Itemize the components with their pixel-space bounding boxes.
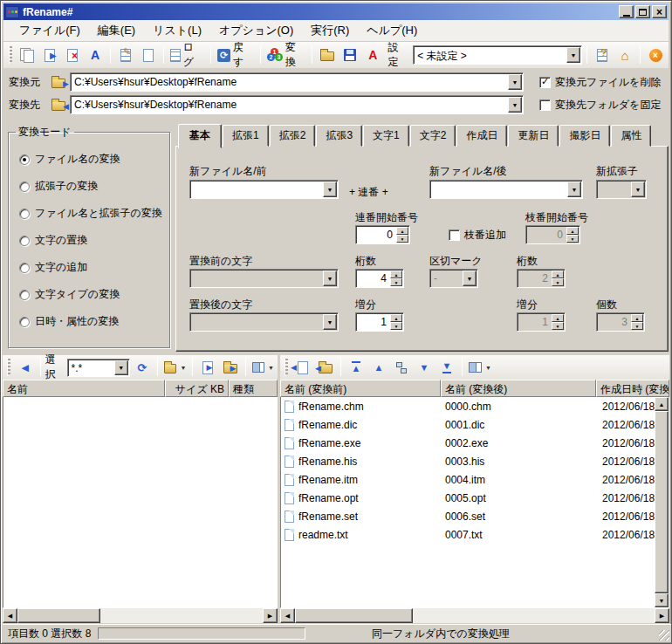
open-settings-button[interactable] — [317, 45, 338, 65]
dropdown-button[interactable]: ▼ — [323, 182, 337, 197]
scroll-thumb[interactable] — [17, 608, 100, 623]
dropdown-button[interactable]: ▼ — [566, 47, 580, 63]
mode-radio[interactable]: ファイル名と拡張子の変換 — [19, 206, 166, 221]
table-row[interactable]: fRename.exe 0002.exe 2012/06/18 1 — [281, 434, 655, 452]
home-button[interactable]: ⌂ — [614, 45, 635, 65]
save-settings-button[interactable] — [339, 45, 360, 65]
digits-spinner[interactable]: 4 ▲▼ — [355, 269, 404, 288]
browse-source-button[interactable]: ▶ — [47, 73, 70, 91]
dropdown-button[interactable]: ▼ — [114, 360, 128, 375]
maximize-button[interactable] — [635, 5, 650, 18]
mode-radio[interactable]: 文字の追加 — [19, 260, 166, 275]
rename-button[interactable]: A — [85, 45, 106, 65]
dropdown-button[interactable]: ▼ — [508, 74, 522, 90]
column-header[interactable]: 種類 — [229, 380, 278, 397]
new-name-before-combo[interactable]: ▼ — [189, 180, 339, 199]
column-header[interactable]: 名前 (変換前) — [280, 380, 441, 397]
tab-作成日[interactable]: 作成日 — [456, 125, 507, 147]
resize-grip[interactable] — [659, 630, 669, 641]
settings-combo[interactable]: < 未設定 > ▼ — [413, 45, 582, 65]
move-up-button[interactable]: ▲ — [368, 357, 389, 378]
help-button[interactable]: ? — [592, 45, 613, 65]
mode-radio[interactable]: 拡張子の変換 — [19, 179, 166, 194]
undo-button[interactable]: ⟳戻す — [216, 45, 256, 65]
tab-文字1[interactable]: 文字1 — [363, 125, 409, 147]
source-file-list[interactable] — [3, 397, 278, 608]
scroll-left-button[interactable]: ◀ — [3, 608, 17, 623]
remove-files-button[interactable]: ◀ — [292, 357, 313, 378]
convert-file-list[interactable]: fRename.chm 0000.chm 2012/06/18 1 fRenam… — [281, 397, 655, 607]
tab-基本[interactable]: 基本 — [178, 124, 222, 148]
convert-hscrollbar[interactable]: ◀ ▶ — [280, 608, 669, 623]
scroll-right-button[interactable]: ▶ — [655, 608, 669, 623]
scroll-left-button[interactable]: ◀ — [280, 608, 295, 623]
log-button[interactable]: ログ — [168, 45, 206, 65]
table-row[interactable]: fRename.itm 0004.itm 2012/06/18 1 — [281, 470, 655, 489]
delete-source-checkbox[interactable]: ✓ 変換元ファイルを削除 — [539, 75, 661, 90]
tab-文字2[interactable]: 文字2 — [410, 125, 456, 147]
renumber-button[interactable] — [391, 357, 412, 378]
columns-button[interactable]: ▼ — [467, 357, 493, 378]
mode-radio[interactable]: 日時・属性の変換 — [19, 314, 166, 329]
branch-add-checkbox[interactable]: ✓ 枝番追加 — [449, 228, 506, 243]
mode-radio[interactable]: 文字の置換 — [19, 233, 166, 248]
spin-up-icon[interactable]: ▲ — [390, 271, 402, 278]
columns-button[interactable]: ▼ — [250, 357, 276, 378]
column-header[interactable]: 作成日時 (変換 — [596, 380, 669, 397]
close-button[interactable]: × — [652, 5, 667, 18]
scroll-thumb[interactable] — [655, 411, 669, 593]
spin-up-icon[interactable]: ▲ — [396, 227, 408, 235]
dropdown-button[interactable]: ▼ — [567, 182, 581, 197]
menu-item[interactable]: オプション(O) — [210, 20, 302, 41]
menu-item[interactable]: 編集(E) — [89, 20, 144, 41]
menu-item[interactable]: 実行(R) — [302, 20, 358, 41]
new-name-after-combo[interactable]: ▼ — [429, 180, 583, 199]
remove-folder-button[interactable]: ◀ — [315, 357, 336, 378]
mode-radio[interactable]: 文字タイプの変換 — [19, 287, 166, 302]
convert-vscrollbar[interactable]: ▲ ▼ — [655, 397, 669, 607]
copy-button[interactable] — [17, 45, 38, 65]
spin-up-icon[interactable]: ▲ — [390, 314, 402, 322]
delete-button[interactable]: × — [62, 45, 83, 65]
exit-button[interactable]: × — [645, 45, 666, 65]
column-header[interactable]: 名前 (変換後) — [441, 380, 596, 397]
filter-combo[interactable]: *.* ▼ — [67, 359, 130, 377]
dropdown-button[interactable]: ▼ — [508, 97, 522, 113]
table-row[interactable]: fRename.opt 0005.opt 2012/06/18 1 — [281, 489, 655, 507]
convert-button[interactable]: 123変換 — [265, 45, 308, 65]
mode-radio[interactable]: ファイル名の変換 — [19, 152, 166, 167]
column-header[interactable]: 名前 — [3, 380, 165, 397]
move-top-button[interactable]: ▲ — [346, 357, 367, 378]
seq-start-spinner[interactable]: 0 ▲▼ — [355, 225, 410, 244]
table-row[interactable]: fRename.his 0003.his 2012/06/18 1 — [281, 452, 655, 470]
move-back-button[interactable]: ◀ — [15, 357, 36, 378]
menu-item[interactable]: ファイル(F) — [10, 20, 89, 41]
menu-item[interactable]: ヘルプ(H) — [358, 20, 426, 41]
move-button[interactable]: ▶ — [39, 45, 60, 65]
tab-更新日[interactable]: 更新日 — [508, 125, 559, 147]
column-header[interactable]: サイズ KB — [165, 380, 229, 397]
increment-spinner[interactable]: 1 ▲▼ — [355, 312, 404, 332]
scroll-right-button[interactable]: ▶ — [263, 608, 278, 623]
edit-button[interactable]: ✎ — [115, 45, 136, 65]
add-folder-button[interactable]: ▶ — [220, 357, 241, 378]
scroll-track[interactable] — [413, 608, 655, 623]
minimize-button[interactable] — [619, 5, 634, 18]
spin-down-icon[interactable]: ▼ — [390, 278, 402, 286]
scroll-up-button[interactable]: ▲ — [655, 397, 669, 411]
spin-down-icon[interactable]: ▼ — [390, 322, 402, 330]
dest-path-combo[interactable]: C:¥Users¥hsur¥Desktop¥fRename ▼ — [70, 95, 524, 114]
add-files-button[interactable]: ▶ — [197, 357, 218, 378]
source-hscrollbar[interactable]: ◀ ▶ — [3, 608, 278, 623]
move-bottom-button[interactable]: ▼ — [436, 357, 457, 378]
tab-拡張1[interactable]: 拡張1 — [223, 125, 269, 147]
table-row[interactable]: fRename.chm 0000.chm 2012/06/18 1 — [281, 397, 655, 415]
tab-拡張2[interactable]: 拡張2 — [270, 125, 316, 147]
fix-dest-checkbox[interactable]: ✓ 変換先フォルダを固定 — [539, 98, 661, 113]
scroll-track[interactable] — [100, 608, 263, 623]
move-down-button[interactable]: ▼ — [414, 357, 435, 378]
tab-撮影日[interactable]: 撮影日 — [559, 125, 610, 147]
browse-dest-button[interactable]: ◀ — [47, 96, 70, 113]
scroll-down-button[interactable]: ▼ — [655, 593, 669, 607]
scroll-thumb[interactable] — [295, 608, 413, 623]
